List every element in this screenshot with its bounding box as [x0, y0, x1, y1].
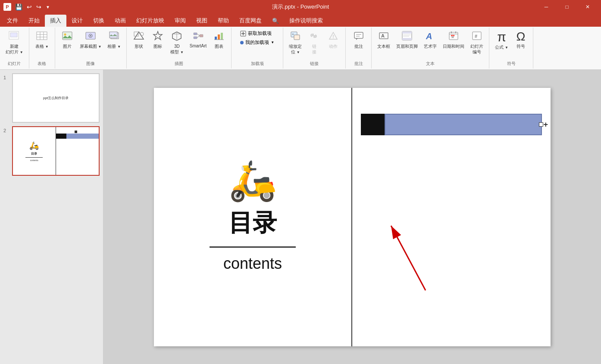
- save-icon[interactable]: 💾: [14, 3, 24, 11]
- svg-text:A: A: [381, 33, 385, 38]
- album-button[interactable]: 相册 ▼: [105, 29, 123, 51]
- tab-insert[interactable]: 插入: [45, 15, 66, 27]
- svg-rect-26: [215, 37, 217, 40]
- svg-rect-1: [10, 33, 17, 37]
- tab-baidu[interactable]: 百度网盘: [234, 15, 267, 27]
- ribbon-group-slides: 新建幻灯片 ▼ 幻灯片: [0, 28, 29, 68]
- picture-label: 图片: [63, 44, 72, 50]
- slideno-button[interactable]: # 幻灯片编号: [468, 29, 485, 56]
- action-icon: [328, 31, 339, 43]
- svg-point-8: [64, 34, 66, 36]
- cursor-plus-icon: +: [543, 120, 548, 129]
- svg-rect-40: [354, 32, 363, 38]
- svg-rect-27: [218, 34, 220, 40]
- tab-slideshow[interactable]: 幻灯片放映: [131, 15, 169, 27]
- smartart-icon: [193, 31, 204, 43]
- link-button[interactable]: 链接: [306, 29, 323, 56]
- undo-icon[interactable]: ↩: [25, 3, 33, 11]
- black-square: [361, 114, 385, 135]
- screenshot-button[interactable]: 屏幕截图 ▼: [78, 29, 104, 50]
- tab-animations[interactable]: 动画: [110, 15, 131, 27]
- tab-help[interactable]: 帮助: [213, 15, 234, 27]
- tab-file[interactable]: 文件: [2, 15, 23, 27]
- comment-icon: [353, 31, 364, 43]
- maximize-button[interactable]: □: [557, 0, 577, 14]
- chart-button[interactable]: 图表: [210, 29, 228, 51]
- shapes-button[interactable]: 形状: [130, 29, 147, 51]
- header-footer-button[interactable]: 页眉和页脚: [394, 29, 420, 50]
- close-button[interactable]: ✕: [578, 0, 598, 14]
- slide-panel: 1 ppt怎么制作目录 2 🛵 目录 contents: [0, 70, 103, 364]
- table-button[interactable]: 表格 ▼: [33, 29, 51, 51]
- slide1-thumb-text: ppt怎么制作目录: [43, 96, 69, 100]
- comment-label: 批注: [354, 44, 363, 50]
- 3d-models-icon: [171, 31, 182, 43]
- symbol-button[interactable]: Ω 符号: [512, 29, 529, 51]
- redo-icon[interactable]: ↪: [35, 3, 43, 11]
- chart-label: 图表: [215, 44, 223, 50]
- tab-design[interactable]: 设计: [66, 15, 88, 27]
- tab-view[interactable]: 视图: [191, 15, 213, 27]
- addins-section: 获取加载项 我的加载项 ▼: [238, 29, 276, 47]
- customize-qat-icon[interactable]: ▼: [44, 4, 51, 10]
- comment-button[interactable]: 批注: [350, 29, 367, 51]
- svg-rect-28: [221, 33, 223, 40]
- picture-button[interactable]: 图片: [59, 29, 76, 51]
- my-addins-button[interactable]: 我的加载项 ▼: [238, 38, 276, 47]
- textbox-button[interactable]: A 文本框: [375, 29, 392, 51]
- symbol-icon: Ω: [516, 31, 526, 43]
- slide-preview-2[interactable]: 🛵 目录 contents: [12, 126, 100, 176]
- illustrations-group-label: 插图: [175, 61, 183, 68]
- slide-number-2: 2: [3, 126, 9, 133]
- get-addins-label: 获取加载项: [248, 30, 272, 37]
- wordart-button[interactable]: A 艺术字: [422, 29, 439, 51]
- svg-text:A: A: [426, 31, 432, 41]
- get-addins-button[interactable]: 获取加载项: [238, 29, 276, 37]
- slide-preview-1[interactable]: ppt怎么制作目录: [12, 73, 100, 123]
- ribbon-group-comments: 批注 批注: [346, 28, 372, 68]
- window-controls: ─ □ ✕: [536, 0, 598, 14]
- tab-ops-search[interactable]: 操作说明搜索: [284, 15, 328, 27]
- ribbon-group-table: 表格 ▼ 表格: [29, 28, 55, 68]
- illustrations-group-content: 形状 图标 3D模型 ▼ SmartArt: [130, 29, 228, 61]
- slide-divider: [210, 246, 296, 248]
- slide2-thumb-line: [25, 157, 43, 158]
- formula-button[interactable]: π 公式 ▼: [493, 29, 510, 52]
- smartart-button[interactable]: SmartArt: [188, 29, 209, 50]
- titlebar-left: P 💾 ↩ ↪ ▼: [3, 3, 51, 11]
- datetime-button[interactable]: 📅 日期和时间: [441, 29, 466, 51]
- slideno-icon: #: [471, 31, 482, 43]
- new-slide-button[interactable]: 新建幻灯片 ▼: [3, 29, 25, 56]
- header-footer-icon: [401, 31, 413, 43]
- 3d-models-button[interactable]: 3D模型 ▼: [168, 29, 186, 56]
- smartart-label: SmartArt: [190, 44, 207, 48]
- screenshot-icon: [85, 31, 96, 43]
- minimize-button[interactable]: ─: [536, 0, 556, 14]
- tab-search-icon[interactable]: 🔍: [267, 15, 284, 27]
- zoom-button[interactable]: + 缩放定位 ▼: [287, 29, 304, 56]
- action-button[interactable]: 动作: [325, 29, 342, 51]
- table-icon: [36, 31, 48, 43]
- slides-group-label: 幻灯片: [8, 61, 21, 68]
- links-group-label: 链接: [310, 61, 319, 68]
- comments-group-content: 批注: [350, 29, 367, 61]
- datetime-icon: 📅: [448, 31, 459, 43]
- icons-button[interactable]: 图标: [149, 29, 166, 51]
- red-arrow: [374, 217, 443, 295]
- content-bar-container[interactable]: +: [361, 114, 542, 135]
- comments-group-label: 批注: [354, 61, 363, 68]
- blue-bar[interactable]: [385, 114, 542, 135]
- slide2-thumb-dot: [75, 131, 77, 133]
- ribbon-group-addins: 获取加载项 我的加载项 ▼ 加载项: [232, 28, 283, 68]
- svg-rect-34: [294, 35, 300, 40]
- resize-handle[interactable]: [539, 122, 543, 127]
- formula-icon: π: [497, 31, 506, 44]
- tab-home[interactable]: 开始: [23, 15, 45, 27]
- link-icon: [309, 31, 320, 43]
- slide-title-english: contents: [223, 255, 282, 273]
- icons-icon: [152, 31, 163, 43]
- ribbon-tabs: 文件 开始 插入 设计 切换 动画 幻灯片放映 审阅 视图 帮助 百度网盘 🔍 …: [0, 14, 601, 27]
- chart-icon: [213, 31, 225, 43]
- tab-transitions[interactable]: 切换: [88, 15, 110, 27]
- tab-review[interactable]: 审阅: [169, 15, 191, 27]
